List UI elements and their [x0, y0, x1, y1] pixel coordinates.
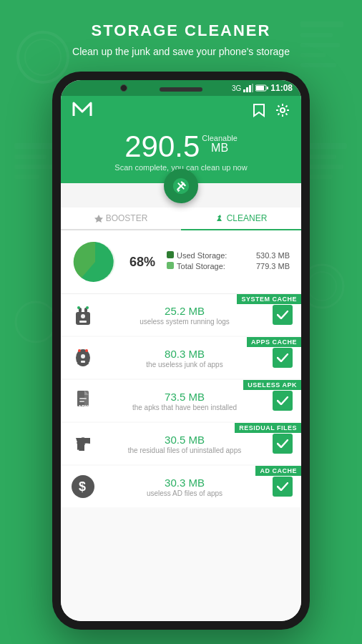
- svg-rect-13: [308, 165, 343, 169]
- used-value: 530.3 MB: [256, 251, 290, 260]
- svg-point-30: [81, 314, 85, 318]
- svg-point-16: [308, 272, 336, 301]
- svg-point-34: [77, 306, 80, 309]
- used-dot: [167, 251, 174, 258]
- tab-booster[interactable]: BOOSTER: [61, 208, 181, 229]
- list-item: 25.2 MB useless system running logs SYST…: [61, 294, 301, 336]
- tab-cleaner-label: CLEANER: [227, 213, 268, 223]
- apps-cache-checkbox[interactable]: [273, 348, 293, 368]
- app-title: STORAGE CLEANER: [72, 21, 290, 40]
- svg-rect-19: [246, 87, 248, 92]
- app-logo: [72, 102, 92, 122]
- bookmark-icon[interactable]: [253, 103, 265, 121]
- svg-point-35: [86, 306, 89, 309]
- svg-rect-5: [300, 53, 326, 57]
- signal-icon: [243, 84, 253, 92]
- svg-text:$: $: [79, 479, 86, 494]
- svg-rect-12: [308, 155, 336, 159]
- used-storage-row: Used Storage: 530.3 MB: [167, 251, 290, 260]
- list-item: 30.5 MB the residual files of uninstalle…: [61, 423, 301, 464]
- svg-rect-46: [79, 401, 84, 402]
- svg-rect-31: [79, 321, 87, 323]
- apps-cache-icon: [69, 344, 97, 371]
- svg-rect-18: [243, 89, 245, 92]
- hero-size-display: 290.5 Cleanable MB: [72, 132, 290, 162]
- apk-label: USELESS APK: [243, 380, 301, 390]
- hero-unit: MB: [202, 142, 238, 154]
- ad-cache-checkbox[interactable]: [273, 477, 293, 497]
- battery-icon: [255, 84, 268, 92]
- svg-point-41: [78, 349, 81, 352]
- phone-screen: 3G 11:08: [61, 80, 301, 621]
- svg-point-0: [18, 32, 68, 82]
- settings-icon[interactable]: [275, 103, 290, 121]
- ad-cache-icon: $: [69, 473, 97, 500]
- status-time: 11:08: [270, 83, 293, 93]
- svg-rect-24: [267, 87, 268, 89]
- top-bar: [61, 96, 301, 127]
- system-cache-icon: [69, 301, 97, 328]
- svg-point-25: [280, 108, 285, 112]
- residual-files-icon: [69, 430, 97, 457]
- ad-cache-label: AD CACHE: [255, 466, 301, 476]
- storage-percentage: 68%: [129, 255, 155, 270]
- apps-cache-label: APPS CACHE: [247, 337, 301, 347]
- svg-rect-3: [300, 33, 333, 37]
- residual-body: 30.5 MB the residual files of uninstalle…: [97, 434, 273, 454]
- svg-point-1: [25, 39, 61, 75]
- svg-rect-8: [14, 155, 47, 159]
- apps-cache-size: 80.3 MB: [97, 348, 273, 360]
- svg-rect-10: [14, 175, 39, 179]
- svg-point-17: [16, 302, 56, 342]
- svg-rect-20: [249, 85, 251, 92]
- system-cache-checkbox[interactable]: [273, 305, 293, 325]
- app-subtitle: Clean up the junk and save your phone's …: [72, 46, 290, 57]
- useless-apk-icon: APK: [69, 387, 97, 414]
- storage-labels: Used Storage: 530.3 MB Total Storage: 77…: [167, 251, 290, 273]
- system-cache-label: SYSTEM CACHE: [237, 294, 301, 304]
- svg-rect-21: [252, 84, 253, 92]
- phone-device: 3G 11:08: [52, 72, 310, 630]
- list-item: 80.3 MB the useless junk of apps APPS CA…: [61, 337, 301, 379]
- top-bar-actions: [253, 103, 290, 121]
- residual-checkbox[interactable]: [273, 434, 293, 454]
- svg-point-37: [81, 354, 85, 358]
- header-section: STORAGE CLEANER Clean up the junk and sa…: [72, 0, 290, 57]
- used-label: Used Storage:: [177, 251, 227, 260]
- list-item: APK 73.5 MB the apks that have been inst…: [61, 380, 301, 421]
- cache-list: 25.2 MB useless system running logs SYST…: [61, 294, 301, 621]
- svg-rect-7: [14, 143, 57, 149]
- fab-area: [61, 169, 301, 203]
- signal-text: 3G: [232, 84, 241, 92]
- status-icons: 3G 11:08: [232, 83, 293, 93]
- svg-rect-4: [300, 43, 340, 47]
- hero-size: 290.5: [124, 132, 200, 162]
- phone-camera: [120, 84, 127, 92]
- tab-bar: BOOSTER CLEANER: [61, 208, 301, 230]
- svg-rect-9: [14, 165, 54, 169]
- cleanable-label: Cleanable: [202, 135, 238, 142]
- apps-cache-desc: the useless junk of apps: [97, 361, 273, 369]
- total-dot: [167, 262, 174, 269]
- residual-desc: the residual files of uninstalled apps: [97, 447, 273, 454]
- apk-body: 73.5 MB the apks that have been installe…: [97, 391, 273, 411]
- svg-rect-2: [300, 21, 343, 27]
- storage-info: 68% Used Storage: 530.3 MB Total Storage…: [61, 230, 301, 294]
- total-value: 779.3 MB: [256, 262, 290, 270]
- ad-cache-size: 30.3 MB: [97, 477, 273, 489]
- svg-rect-38: [81, 361, 85, 363]
- ad-cache-desc: useless AD files of apps: [97, 489, 273, 497]
- apps-cache-body: 80.3 MB the useless junk of apps: [97, 348, 273, 369]
- svg-text:APK: APK: [78, 404, 89, 409]
- apk-size: 73.5 MB: [97, 391, 273, 403]
- clean-fab-button[interactable]: [164, 169, 198, 203]
- total-label: Total Storage:: [177, 262, 225, 270]
- list-item: $ 30.3 MB useless AD files of apps AD CA…: [61, 466, 301, 507]
- tab-cleaner[interactable]: CLEANER: [181, 208, 301, 230]
- svg-rect-11: [308, 143, 347, 149]
- svg-rect-6: [300, 63, 336, 67]
- svg-rect-45: [79, 398, 87, 399]
- apk-checkbox[interactable]: [273, 391, 293, 411]
- system-cache-desc: useless system running logs: [97, 318, 273, 326]
- system-cache-size: 25.2 MB: [97, 305, 273, 317]
